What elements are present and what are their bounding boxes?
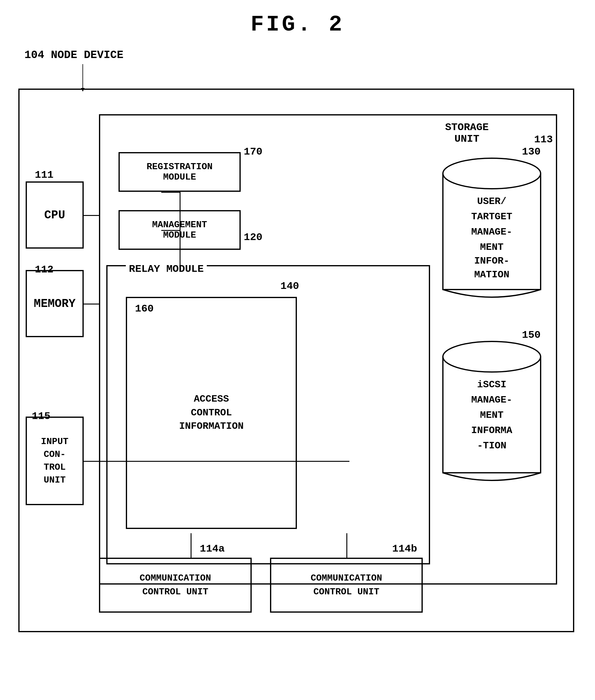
svg-text:MENT: MENT	[480, 410, 504, 421]
node-device-box: 111 CPU 112 MEMORY 115 INPUTCON-TROLUNIT…	[18, 89, 574, 632]
access-ctrl-box: ACCESSCONTROLINFORMATION	[126, 297, 297, 529]
cpu-id-label: 111	[35, 169, 53, 181]
cpu-box: CPU	[26, 181, 84, 249]
svg-text:INFORMA: INFORMA	[471, 425, 513, 436]
memory-connector	[84, 303, 99, 304]
user-target-cylinder: USER/ TARTGET MANAGE- MENT INFOR- MATION	[440, 155, 544, 302]
svg-text:MANAGE-: MANAGE-	[471, 226, 512, 238]
input-ctrl-box: INPUTCON-TROLUNIT	[26, 416, 84, 505]
svg-text:iSCSI: iSCSI	[477, 379, 506, 390]
iscsi-cylinder: iSCSI MANAGE- MENT INFORMA -TION	[440, 339, 544, 485]
mod-connector-h1	[161, 192, 179, 193]
mod-connector-h2	[161, 230, 179, 231]
svg-text:MATION: MATION	[474, 269, 509, 280]
node-device-label: 104 NODE DEVICE	[24, 49, 123, 61]
cpu-connector	[84, 215, 99, 216]
relay-module-outer: RELAY MODULE 160 ACCESSCONTROLINFORMATIO…	[106, 265, 430, 564]
svg-text:MANAGE-: MANAGE-	[471, 394, 512, 406]
svg-point-1	[443, 158, 541, 189]
page-title: FIG. 2	[251, 12, 344, 37]
storage-unit-box: STORAGEUNIT 113 170 REGISTRATIONMODULE 1…	[99, 114, 557, 585]
relay-module-label: RELAY MODULE	[126, 263, 207, 275]
storage-unit-id: 113	[534, 134, 553, 145]
svg-point-9	[443, 342, 541, 372]
storage-unit-label: STORAGEUNIT	[445, 121, 489, 145]
relay-module-id: 140	[280, 280, 299, 292]
bus-to-comm-b	[346, 533, 347, 558]
svg-text:INFOR-: INFOR-	[474, 255, 509, 267]
mgmt-module-id: 120	[244, 232, 262, 243]
svg-text:MENT: MENT	[480, 241, 504, 253]
reg-module-box: REGISTRATIONMODULE	[118, 152, 241, 192]
mod-connector-v	[179, 192, 180, 268]
svg-text:TARTGET: TARTGET	[471, 211, 512, 222]
memory-box: MEMORY	[26, 270, 84, 337]
svg-text:USER/: USER/	[477, 196, 506, 207]
bus-to-comm	[191, 533, 192, 558]
svg-text:-TION: -TION	[477, 440, 506, 451]
reg-module-id: 170	[244, 146, 262, 157]
node-arrow	[82, 64, 83, 89]
